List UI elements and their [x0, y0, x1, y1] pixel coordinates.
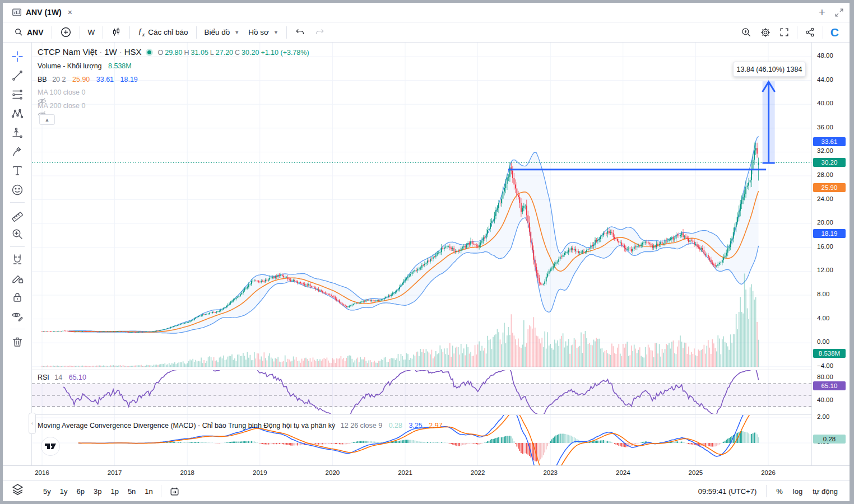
- year-tick: 2018: [180, 469, 194, 476]
- bottom-right: 09:59:41 (UTC+7) % log tự động: [694, 485, 842, 497]
- ruler-icon[interactable]: [7, 206, 28, 225]
- year-tick: 2026: [761, 469, 776, 476]
- time-axis[interactable]: 2016201720182019202020212022202320242025…: [3, 465, 850, 481]
- volume-legend[interactable]: Volume - Khối lượng 8.538M: [38, 62, 132, 70]
- share-button[interactable]: [801, 25, 819, 40]
- chart-window: ANV (1W) × + ANV W ƒx Các chỉ báo: [3, 3, 850, 501]
- plus-circle-icon: [60, 26, 72, 38]
- tradingview-logo[interactable]: [41, 437, 60, 456]
- xabcd-pattern-icon[interactable]: [7, 104, 28, 123]
- price-pane: [41, 136, 759, 367]
- remove-drawings-icon[interactable]: [7, 332, 28, 351]
- year-tick: 2023: [543, 469, 558, 476]
- macd-signal-line: [78, 400, 759, 465]
- forecast-icon[interactable]: [7, 123, 28, 142]
- emoji-icon[interactable]: [7, 180, 28, 199]
- rsi-label: RSI: [38, 374, 49, 381]
- search-icon: [14, 27, 24, 37]
- range-button-5n[interactable]: 5n: [123, 486, 140, 497]
- redo-icon: [314, 27, 325, 38]
- fib-retracement-icon[interactable]: [7, 85, 28, 104]
- range-button-1n[interactable]: 1n: [140, 486, 157, 497]
- divider: [52, 26, 52, 39]
- range-buttons: 5y1y6p3p1p5n1n: [39, 486, 157, 497]
- broker-logo[interactable]: C: [827, 24, 843, 40]
- bb-fill: [68, 136, 758, 333]
- axis-tick: −4.00: [817, 362, 833, 369]
- quick-search-button[interactable]: [737, 25, 756, 40]
- divider: [129, 26, 130, 39]
- sidebar-collapse-handle[interactable]: ‹: [29, 413, 36, 434]
- goto-date-button[interactable]: [165, 484, 184, 498]
- year-tick: 2020: [326, 469, 340, 476]
- undo-button[interactable]: [290, 25, 310, 40]
- divider: [80, 26, 80, 39]
- interval-button[interactable]: W: [83, 26, 100, 39]
- macd-signal-value: 2.97: [429, 422, 442, 430]
- bb-basis-value: 25.90: [72, 76, 90, 83]
- fullscreen-button[interactable]: [775, 25, 793, 40]
- divider: [10, 246, 25, 247]
- legend-collapse: ▲: [39, 114, 55, 125]
- price-axis[interactable]: 48.0044.0040.0036.0032.0028.0024.0020.00…: [811, 43, 850, 465]
- bb-upper-value: 33.61: [96, 76, 114, 83]
- axis-tick: 48.00: [817, 52, 833, 59]
- indicators-button[interactable]: ƒx Các chỉ báo: [133, 25, 192, 40]
- symbol-legend[interactable]: CTCP Nam Việt·1W·HSXO29.80H31.05L27.20C3…: [38, 47, 311, 57]
- price-range-drawing[interactable]: [763, 81, 775, 164]
- macd-hist-neg: [87, 443, 713, 461]
- brush-icon[interactable]: [7, 142, 28, 161]
- range-button-5y[interactable]: 5y: [39, 486, 55, 497]
- legend-collapse-button[interactable]: ▲: [39, 114, 55, 125]
- compare-button[interactable]: [55, 24, 76, 40]
- lock-drawings-icon[interactable]: [7, 288, 28, 307]
- redo-button[interactable]: [310, 25, 329, 40]
- rsi-pane: [32, 367, 811, 421]
- zoom-in-icon[interactable]: [7, 225, 28, 244]
- expand-window-icon[interactable]: [834, 8, 844, 17]
- hide-drawings-icon[interactable]: [7, 307, 28, 326]
- legend-interval: 1W: [104, 47, 117, 57]
- bb-legend[interactable]: BB 20 2 25.90 33.61 18.19: [38, 76, 138, 83]
- text-icon[interactable]: [7, 161, 28, 180]
- volume-badge: 8.538M: [813, 349, 846, 358]
- bb-lower-badge: 18.19: [813, 229, 846, 238]
- settings-button[interactable]: [756, 25, 775, 40]
- axis-tick: 28.00: [817, 171, 833, 178]
- profile-menu-button[interactable]: Hồ sơ ▼: [244, 26, 283, 39]
- tab-close-icon[interactable]: ×: [68, 8, 72, 17]
- tab-title: ANV (1W): [26, 8, 62, 17]
- crosshair-icon[interactable]: [7, 47, 28, 66]
- range-button-3p[interactable]: 3p: [89, 486, 106, 497]
- axis-tick: 24.00: [817, 195, 833, 202]
- macd-legend[interactable]: Moving Average Convergence Divergence (M…: [38, 422, 443, 430]
- range-button-1p[interactable]: 1p: [106, 486, 123, 497]
- chart-menu-button[interactable]: Biểu đồ ▼: [200, 26, 244, 39]
- bottom-toolbar: 5y1y6p3p1p5n1n 09:59:41 (UTC+7) % log tự…: [3, 480, 850, 501]
- rsi-legend[interactable]: RSI 14 65.10: [38, 374, 86, 381]
- year-tick: 2025: [689, 469, 703, 476]
- legend-title: CTCP Nam Việt: [38, 47, 97, 57]
- auto-scale-button[interactable]: tự động: [809, 486, 842, 497]
- axis-tick: 44.00: [817, 76, 833, 83]
- range-button-1y[interactable]: 1y: [55, 486, 72, 497]
- chart-menu-label: Biểu đồ: [205, 28, 230, 36]
- range-button-6p[interactable]: 6p: [72, 486, 89, 497]
- chart-type-button[interactable]: [106, 25, 126, 40]
- chart-canvas[interactable]: [32, 43, 811, 465]
- bb-label: BB: [38, 76, 47, 83]
- tab-anv[interactable]: ANV (1W) ×: [8, 3, 76, 22]
- object-tree-button[interactable]: [11, 482, 25, 496]
- log-scale-button[interactable]: log: [789, 486, 806, 497]
- ohlc-values: O29.80H31.05L27.20C30.20+1.10 (+3.78%): [158, 49, 311, 57]
- broker-c-icon: C: [830, 26, 839, 38]
- magnet-icon[interactable]: [7, 250, 28, 269]
- percent-scale-button[interactable]: %: [772, 486, 787, 497]
- bb-lower-value: 18.19: [120, 76, 138, 83]
- trend-line-icon[interactable]: [7, 66, 28, 85]
- add-tab-button[interactable]: +: [819, 6, 825, 19]
- symbol-search[interactable]: ANV: [10, 25, 48, 39]
- macd-label: Moving Average Convergence Divergence (M…: [38, 422, 335, 430]
- drawing-mode-icon[interactable]: [7, 269, 28, 288]
- chevron-down-icon: ▼: [234, 30, 239, 35]
